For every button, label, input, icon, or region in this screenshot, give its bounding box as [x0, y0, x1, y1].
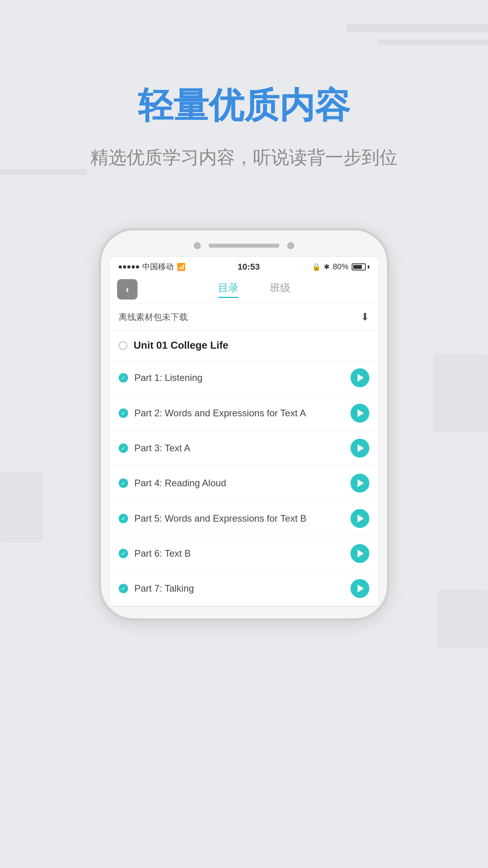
- time-display: 10:53: [238, 262, 260, 272]
- hero-section: 轻量优质内容 精选优质学习内容，听说读背一步到位: [0, 0, 488, 228]
- play-icon-3: [358, 444, 364, 452]
- signal-dots: [119, 265, 139, 268]
- part-item-4[interactable]: Part 4: Reading Aloud: [109, 466, 379, 501]
- main-title: 轻量优质内容: [138, 82, 350, 130]
- phone-mockup: 中国移动 📶 10:53 🔒 ✱ 80%: [99, 228, 389, 621]
- unit-header: Unit 01 College Life: [109, 331, 379, 360]
- unit-circle: [119, 341, 127, 350]
- part-6-name: Part 6: Text B: [134, 547, 344, 560]
- play-button-7[interactable]: [350, 579, 369, 598]
- play-button-1[interactable]: [350, 368, 369, 387]
- deco-bar-5: [0, 472, 43, 542]
- signal-dot-3: [127, 265, 130, 268]
- phone-screen: 中国移动 📶 10:53 🔒 ✱ 80%: [109, 256, 379, 607]
- bluetooth-icon: ✱: [324, 263, 330, 271]
- check-icon-7: [119, 584, 128, 593]
- status-right: 🔒 ✱ 80%: [312, 262, 369, 271]
- part-item-2[interactable]: Part 2: Words and Expressions for Text A: [109, 395, 379, 431]
- battery-fill: [353, 265, 362, 269]
- part-item-5[interactable]: Part 5: Words and Expressions for Text B: [109, 501, 379, 536]
- sub-title: 精选优质学习内容，听说读背一步到位: [90, 145, 398, 170]
- play-icon-1: [358, 374, 364, 382]
- back-button[interactable]: ‹: [117, 279, 138, 300]
- play-button-3[interactable]: [350, 439, 369, 458]
- battery-percent: 80%: [333, 262, 349, 271]
- tab-class[interactable]: 班级: [270, 281, 290, 298]
- phone-camera: [287, 242, 294, 249]
- part-item-6[interactable]: Part 6: Text B: [109, 536, 379, 571]
- download-text: 离线素材包未下载: [119, 311, 188, 323]
- nav-tabs: 目录 班级: [138, 281, 371, 298]
- phone-dot: [194, 242, 201, 249]
- part-7-name: Part 7: Talking: [134, 582, 344, 595]
- signal-dot-2: [123, 265, 126, 268]
- play-icon-2: [358, 409, 364, 417]
- play-button-6[interactable]: [350, 544, 369, 563]
- play-button-5[interactable]: [350, 509, 369, 528]
- status-bar: 中国移动 📶 10:53 🔒 ✱ 80%: [109, 257, 379, 275]
- phone-speaker: [209, 244, 279, 248]
- signal-dot-5: [136, 265, 139, 268]
- battery-tip: [368, 265, 369, 268]
- play-button-2[interactable]: [350, 404, 369, 423]
- carrier-name: 中国移动: [142, 261, 174, 272]
- part-2-name: Part 2: Words and Expressions for Text A: [134, 406, 344, 420]
- part-5-name: Part 5: Words and Expressions for Text B: [134, 512, 344, 525]
- wifi-icon: 📶: [177, 263, 185, 271]
- lock-icon: 🔒: [312, 263, 321, 271]
- play-icon-6: [358, 550, 364, 557]
- deco-bar-4: [433, 354, 488, 432]
- play-icon-5: [358, 515, 364, 522]
- deco-bar-6: [437, 590, 488, 649]
- part-1-name: Part 1: Listening: [134, 371, 344, 384]
- check-icon-4: [119, 478, 128, 488]
- phone-outer: 中国移动 📶 10:53 🔒 ✱ 80%: [99, 228, 389, 621]
- check-icon-6: [119, 549, 128, 558]
- battery-outline: [352, 263, 366, 270]
- play-button-4[interactable]: [350, 474, 369, 493]
- unit-title: Unit 01 College Life: [134, 339, 228, 351]
- part-3-name: Part 3: Text A: [134, 441, 344, 455]
- part-4-name: Part 4: Reading Aloud: [134, 476, 344, 490]
- download-icon[interactable]: ⬇: [361, 311, 369, 323]
- check-icon-1: [119, 373, 128, 383]
- part-item[interactable]: Part 1: Listening: [109, 360, 379, 395]
- signal-dot-4: [132, 265, 135, 268]
- phone-top-decor: [109, 242, 379, 256]
- play-icon-4: [358, 479, 364, 487]
- tab-catalog[interactable]: 目录: [218, 281, 238, 298]
- play-icon-7: [358, 585, 364, 592]
- nav-bar: ‹ 目录 班级: [109, 275, 379, 304]
- part-item-3[interactable]: Part 3: Text A: [109, 431, 379, 466]
- status-left: 中国移动 📶: [119, 261, 185, 272]
- check-icon-5: [119, 514, 128, 523]
- signal-dot-1: [119, 265, 122, 268]
- check-icon-2: [119, 408, 128, 418]
- check-icon-3: [119, 443, 128, 453]
- back-icon: ‹: [126, 283, 129, 296]
- download-bar: 离线素材包未下载 ⬇: [109, 304, 379, 331]
- part-item-7[interactable]: Part 7: Talking: [109, 571, 379, 606]
- battery-bar: [352, 263, 369, 270]
